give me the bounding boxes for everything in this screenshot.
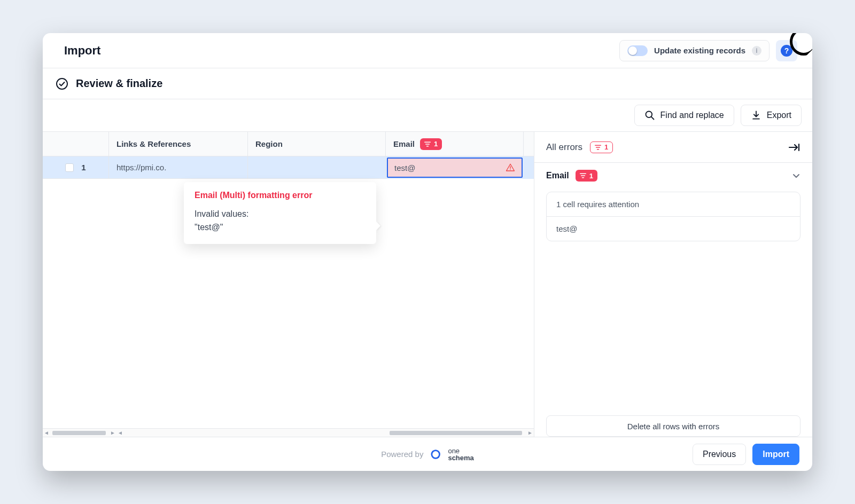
download-icon	[751, 110, 761, 121]
grid-header-row: Links & References Region Email 1	[43, 132, 534, 156]
oneschema-logo-icon	[428, 446, 444, 462]
filter-icon	[595, 145, 601, 150]
all-errors-label: All errors	[546, 142, 582, 153]
info-icon[interactable]: i	[752, 46, 761, 56]
column-header-email-label: Email	[393, 139, 415, 148]
search-icon	[644, 110, 655, 121]
scroll-left-icon[interactable]: ◄	[43, 430, 50, 436]
svg-point-5	[510, 169, 511, 170]
svg-line-2	[651, 117, 654, 120]
error-group-badge: 1	[576, 170, 597, 182]
brand-line-2: schema	[448, 454, 473, 461]
column-header-links[interactable]: Links & References	[109, 132, 248, 156]
collapse-panel-icon[interactable]	[788, 142, 800, 153]
step-title: Review & finalize	[76, 77, 162, 90]
error-group-header[interactable]: Email 1	[534, 163, 812, 188]
toggle-knob	[628, 46, 637, 55]
export-button[interactable]: Export	[741, 105, 802, 126]
scroll-track-main[interactable]	[124, 430, 526, 436]
email-error-count: 1	[434, 140, 438, 148]
errors-side-panel: All errors 1 Email	[534, 132, 812, 437]
filter-icon	[424, 141, 431, 147]
column-header-region[interactable]: Region	[248, 132, 386, 156]
column-header-rownum	[43, 132, 109, 156]
all-errors-badge[interactable]: 1	[590, 141, 613, 153]
cell-email-value: test@	[394, 163, 415, 172]
find-and-replace-label: Find and replace	[660, 111, 724, 120]
filter-icon	[580, 173, 586, 178]
scroll-thumb-main[interactable]	[390, 431, 522, 435]
side-header: All errors 1	[534, 132, 812, 163]
row-checkbox[interactable]	[65, 163, 74, 172]
update-existing-records-pill: Update existing records i	[619, 40, 770, 61]
row-number-cell[interactable]: 1	[43, 156, 109, 179]
warning-icon	[506, 163, 515, 172]
table-row[interactable]: 1 https://pmi.co. test@	[43, 156, 534, 179]
row-number: 1	[81, 163, 86, 172]
page-title: Import	[64, 44, 100, 58]
powered-by-label: Powered by	[381, 450, 423, 459]
scroll-track-left[interactable]	[50, 430, 109, 436]
cell-links[interactable]: https://pmi.co.	[109, 156, 248, 179]
tooltip-body-label: Invalid values:	[195, 208, 366, 221]
email-error-badge[interactable]: 1	[420, 138, 442, 150]
scroll-thumb-left[interactable]	[52, 431, 106, 435]
scroll-right-icon[interactable]: ►	[526, 430, 534, 436]
validation-tooltip: Email (Multi) formatting error Invalid v…	[184, 182, 376, 244]
previous-button[interactable]: Previous	[693, 444, 746, 465]
powered-by: Powered by one schema	[381, 447, 474, 461]
tooltip-title: Email (Multi) formatting error	[195, 191, 366, 200]
cell-email-error[interactable]: test@	[387, 158, 523, 178]
data-grid: Links & References Region Email 1	[43, 132, 534, 437]
delete-error-rows-button[interactable]: Delete all rows with errors	[546, 415, 800, 437]
step-bar: Review & finalize	[43, 68, 812, 99]
grid-body[interactable]: 1 https://pmi.co. test@ E	[43, 156, 534, 428]
all-errors-count: 1	[604, 143, 608, 151]
column-header-email[interactable]: Email 1	[386, 132, 524, 156]
error-group-label: Email	[546, 171, 569, 180]
import-button[interactable]: Import	[752, 444, 799, 465]
oneschema-wordmark: one schema	[448, 447, 473, 461]
cell-region[interactable]	[248, 156, 386, 179]
error-card-summary: 1 cell requires attention	[547, 192, 800, 217]
update-existing-records-label: Update existing records	[654, 46, 745, 55]
svg-point-0	[57, 78, 67, 89]
footer: Powered by one schema Previous Import	[43, 437, 812, 471]
import-modal: Import Update existing records i ? Revie…	[43, 33, 812, 471]
scroll-right-start-icon[interactable]: ◄	[116, 430, 124, 436]
error-card-value[interactable]: test@	[547, 217, 800, 241]
action-bar: Find and replace Export	[43, 99, 812, 131]
find-and-replace-button[interactable]: Find and replace	[634, 105, 734, 126]
update-existing-records-toggle[interactable]	[627, 45, 648, 56]
main-split: Links & References Region Email 1	[43, 131, 812, 437]
topbar: Import Update existing records i ?	[43, 33, 812, 68]
error-card: 1 cell requires attention test@	[546, 192, 800, 241]
error-group-count: 1	[589, 172, 593, 180]
check-circle-icon	[56, 77, 68, 90]
chevron-down-icon[interactable]	[792, 171, 800, 180]
tooltip-body-value: "test@"	[195, 221, 366, 234]
scroll-left-end-icon[interactable]: ►	[109, 430, 116, 436]
grid-horizontal-scrollbar[interactable]: ◄ ► ◄ ►	[43, 428, 534, 437]
export-label: Export	[767, 111, 791, 120]
